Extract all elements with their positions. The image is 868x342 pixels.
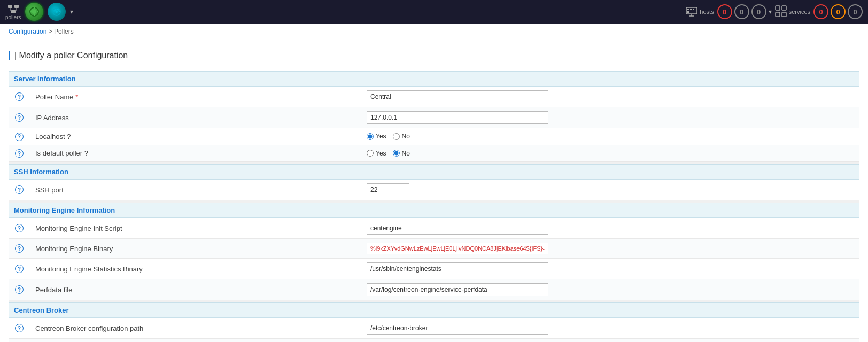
breadcrumb-config-link[interactable]: Configuration	[9, 28, 46, 35]
localhost-no-label: No	[402, 133, 410, 140]
main-content: | Modify a poller Configuration Server I…	[0, 40, 868, 342]
svg-rect-2	[11, 10, 15, 13]
centreon-broker-header: Centreon Broker	[9, 302, 859, 318]
svg-rect-24	[782, 12, 786, 17]
svg-rect-0	[8, 5, 12, 8]
svg-rect-20	[687, 11, 689, 13]
svg-rect-19	[693, 9, 694, 10]
perfdata-help[interactable]: ?	[15, 285, 24, 294]
default-poller-row: ? Is default poller ? Yes No	[9, 145, 859, 162]
topbar-left: pollers ▾	[5, 3, 73, 21]
stats-binary-input[interactable]	[367, 262, 548, 275]
hosts-badges: 0 0 0 ▾	[717, 4, 772, 19]
init-script-label: Monitoring Engine Init Script	[35, 224, 122, 232]
default-yes-label: Yes	[376, 150, 386, 157]
hosts-badge-critical[interactable]: 0	[717, 4, 732, 19]
broker-config-path-help[interactable]: ?	[15, 324, 24, 332]
services-label: services	[789, 9, 810, 15]
localhost-no-option[interactable]: No	[393, 133, 410, 140]
svg-rect-18	[690, 9, 692, 10]
svg-rect-1	[14, 5, 19, 8]
localhost-row: ? Localhost ? Yes No	[9, 128, 859, 145]
hosts-dropdown-arrow[interactable]: ▾	[769, 8, 772, 15]
localhost-radio-group: Yes No	[367, 133, 854, 140]
engine-binary-label: Monitoring Engine Binary	[35, 245, 113, 253]
dropdown-arrow[interactable]: ▾	[70, 8, 73, 15]
perfdata-input[interactable]	[367, 283, 548, 296]
default-no-label: No	[402, 150, 410, 157]
svg-rect-17	[687, 9, 689, 10]
hosts-icon: >	[686, 7, 698, 17]
hosts-badge-pending[interactable]: 0	[751, 4, 766, 19]
ssh-port-help[interactable]: ?	[15, 185, 24, 194]
page-title: | Modify a poller Configuration	[9, 51, 859, 60]
perfdata-row: ? Perfdata file	[9, 279, 859, 300]
default-yes-option[interactable]: Yes	[367, 150, 386, 157]
localhost-help[interactable]: ?	[15, 133, 24, 141]
localhost-label: Localhost ?	[35, 133, 71, 141]
poller-name-row: ? Poller Name	[9, 87, 859, 107]
localhost-yes-radio[interactable]	[367, 133, 374, 140]
broker-config-path-label: Centreon Broker configuration path	[35, 324, 143, 332]
topbar-right: > hosts 0 0 0 ▾ services 0 0	[686, 4, 863, 19]
breadcrumb-pollers: Pollers	[54, 28, 74, 35]
pollers-nav[interactable]: pollers	[5, 4, 21, 20]
teal-status-icon[interactable]	[48, 3, 66, 21]
ssh-port-label: SSH port	[35, 186, 64, 194]
engine-binary-input[interactable]	[367, 243, 548, 254]
svg-point-13	[56, 11, 58, 13]
breadcrumb-separator: >	[49, 28, 54, 35]
hosts-section: > hosts	[686, 7, 714, 17]
monitoring-engine-table: ? Monitoring Engine Init Script ? Monito…	[9, 218, 859, 300]
perfdata-label: Perfdata file	[35, 286, 72, 294]
services-section: services	[775, 5, 810, 18]
stats-binary-label: Monitoring Engine Statistics Binary	[35, 265, 143, 273]
svg-point-7	[32, 10, 36, 14]
monitoring-engine-header: Monitoring Engine Information	[9, 203, 859, 218]
svg-rect-21	[776, 6, 780, 10]
centreon-broker-table: ? Centreon Broker configuration path ? C…	[9, 318, 859, 342]
broker-modules-path-row: ? Centreon Broker modules path	[9, 339, 859, 343]
default-no-option[interactable]: No	[393, 150, 410, 157]
default-yes-radio[interactable]	[367, 150, 374, 157]
ssh-info-table: ? SSH port	[9, 180, 859, 200]
default-poller-radio-group: Yes No	[367, 150, 854, 157]
ssh-port-input[interactable]	[367, 183, 409, 196]
svg-rect-23	[776, 12, 780, 17]
hosts-badge-unknown[interactable]: 0	[734, 4, 749, 19]
services-icon	[775, 5, 787, 18]
services-badge-unknown[interactable]: 0	[848, 4, 863, 19]
server-info-table: ? Poller Name ? IP Address ? Localhost ?…	[9, 87, 859, 162]
svg-rect-22	[782, 6, 786, 10]
stats-binary-row: ? Monitoring Engine Statistics Binary	[9, 259, 859, 279]
poller-name-help[interactable]: ?	[15, 92, 24, 101]
ip-address-input[interactable]	[367, 111, 548, 124]
services-badge-warning[interactable]: 0	[831, 4, 846, 19]
init-script-help[interactable]: ?	[15, 224, 24, 232]
engine-binary-help[interactable]: ?	[15, 244, 24, 253]
ip-address-help[interactable]: ?	[15, 113, 24, 122]
ssh-port-row: ? SSH port	[9, 180, 859, 200]
svg-rect-14	[686, 7, 697, 14]
default-poller-help[interactable]: ?	[15, 149, 24, 158]
ip-address-row: ? IP Address	[9, 107, 859, 128]
broker-config-path-row: ? Centreon Broker configuration path	[9, 318, 859, 339]
engine-binary-row: ? Monitoring Engine Binary	[9, 239, 859, 259]
default-poller-label: Is default poller ?	[35, 149, 88, 157]
server-info-header: Server Information	[9, 71, 859, 87]
breadcrumb: Configuration > Pollers	[0, 24, 868, 40]
green-status-icon[interactable]	[25, 3, 43, 21]
default-no-radio[interactable]	[393, 150, 400, 157]
topbar: pollers ▾	[0, 0, 868, 24]
init-script-row: ? Monitoring Engine Init Script	[9, 218, 859, 239]
localhost-no-radio[interactable]	[393, 133, 400, 140]
broker-config-path-input[interactable]	[367, 322, 548, 335]
stats-binary-help[interactable]: ?	[15, 265, 24, 273]
services-badges: 0 0 0	[813, 4, 863, 19]
localhost-yes-option[interactable]: Yes	[367, 133, 386, 140]
init-script-input[interactable]	[367, 222, 548, 235]
poller-name-input[interactable]	[367, 90, 548, 103]
hosts-label: hosts	[700, 9, 714, 15]
ssh-info-header: SSH Information	[9, 164, 859, 180]
services-badge-critical[interactable]: 0	[813, 4, 828, 19]
